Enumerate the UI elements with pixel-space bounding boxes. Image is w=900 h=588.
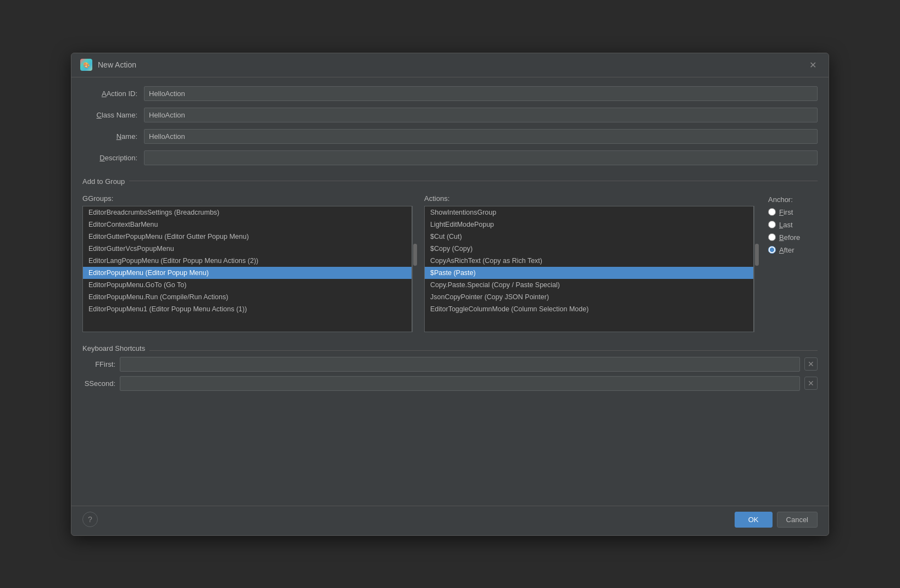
anchor-column: Anchor: First Last Before: [768, 194, 818, 332]
dialog-body: AAction ID: Class Name: Name: Descriptio…: [71, 77, 829, 506]
anchor-after-label: After: [779, 246, 794, 254]
help-button[interactable]: ?: [82, 512, 98, 527]
class-name-row: Class Name:: [82, 108, 818, 122]
dialog-title: New Action: [98, 60, 136, 69]
anchor-radio-group: First Last Before After: [768, 208, 818, 254]
actions-list-item[interactable]: $Copy (Copy): [425, 243, 753, 255]
anchor-last-option[interactable]: Last: [768, 221, 818, 229]
app-icon: 🎨: [80, 59, 92, 71]
groups-scroll-thumb: [413, 244, 417, 266]
actions-list-item[interactable]: LightEditModePopup: [425, 219, 753, 231]
keyboard-title: Keyboard Shortcuts: [82, 344, 145, 352]
add-to-group-section: Add to Group: [82, 174, 818, 188]
new-action-dialog: 🎨 New Action ✕ AAction ID: Class Name: N…: [71, 53, 829, 536]
title-bar: 🎨 New Action ✕: [71, 53, 829, 77]
groups-scrollbar[interactable]: [412, 206, 418, 332]
actions-list-item[interactable]: $Paste (Paste): [425, 267, 753, 279]
actions-scroll-thumb: [755, 244, 759, 266]
actions-list[interactable]: ShowIntentionsGroupLightEditModePopup$Cu…: [424, 206, 754, 332]
actions-list-item[interactable]: EditorToggleColumnMode (Column Selection…: [425, 303, 753, 315]
second-shortcut-clear-button[interactable]: ✕: [804, 377, 818, 390]
action-id-label: AAction ID:: [82, 89, 137, 98]
actions-scrollbar[interactable]: [754, 206, 759, 332]
name-label: Name:: [82, 132, 137, 141]
anchor-first-radio[interactable]: [768, 208, 776, 216]
groups-list-item[interactable]: EditorContextBarMenu: [83, 219, 412, 231]
groups-list-item[interactable]: EditorPopupMenu.Run (Compile/Run Actions…: [83, 291, 412, 303]
description-row: Description:: [82, 150, 818, 165]
dialog-footer: ? OK Cancel: [71, 506, 829, 535]
description-input[interactable]: [144, 150, 818, 165]
groups-actions-container: GGroups: EditorBreadcrumbsSettings (Brea…: [82, 194, 818, 332]
anchor-first-option[interactable]: First: [768, 208, 818, 216]
groups-list[interactable]: EditorBreadcrumbsSettings (Breadcrumbs)E…: [82, 206, 412, 332]
anchor-col-label: Anchor:: [768, 195, 818, 204]
actions-list-item[interactable]: $Cut (Cut): [425, 231, 753, 243]
actions-list-item[interactable]: JsonCopyPointer (Copy JSON Pointer): [425, 291, 753, 303]
first-shortcut-input[interactable]: [120, 357, 800, 372]
name-input[interactable]: [144, 129, 818, 144]
name-row: Name:: [82, 129, 818, 144]
second-shortcut-label: SSecond:: [82, 379, 115, 388]
groups-list-item[interactable]: EditorLangPopupMenu (Editor Popup Menu A…: [83, 255, 412, 267]
keyboard-divider: [149, 350, 818, 351]
anchor-before-radio[interactable]: [768, 233, 776, 241]
anchor-last-radio[interactable]: [768, 221, 776, 228]
groups-list-item[interactable]: EditorGutterVcsPopupMenu: [83, 243, 412, 255]
groups-col-label: GGroups:: [82, 194, 418, 203]
groups-list-item[interactable]: EditorGutterPopupMenu (Editor Gutter Pop…: [83, 231, 412, 243]
anchor-before-option[interactable]: Before: [768, 233, 818, 242]
description-label: Description:: [82, 154, 137, 162]
action-id-input[interactable]: [144, 86, 818, 101]
actions-col-label: Actions:: [424, 194, 759, 203]
first-shortcut-label: FFirst:: [82, 360, 115, 368]
cancel-button[interactable]: Cancel: [777, 512, 818, 528]
second-shortcut-input[interactable]: [120, 376, 800, 391]
groups-column: GGroups: EditorBreadcrumbsSettings (Brea…: [82, 194, 418, 332]
close-button[interactable]: ✕: [806, 59, 820, 71]
groups-list-item[interactable]: EditorBreadcrumbsSettings (Breadcrumbs): [83, 206, 412, 219]
first-shortcut-row: FFirst: ✕: [82, 357, 818, 372]
groups-list-item[interactable]: EditorPopupMenu.GoTo (Go To): [83, 279, 412, 291]
actions-list-item[interactable]: CopyAsRichText (Copy as Rich Text): [425, 255, 753, 267]
ok-button[interactable]: OK: [735, 512, 773, 528]
class-name-input[interactable]: [144, 108, 818, 122]
actions-list-item[interactable]: Copy.Paste.Special (Copy / Paste Special…: [425, 279, 753, 291]
anchor-after-radio[interactable]: [768, 246, 776, 254]
class-name-label: Class Name:: [82, 111, 137, 119]
anchor-after-option[interactable]: After: [768, 246, 818, 254]
first-shortcut-clear-button[interactable]: ✕: [804, 357, 818, 371]
actions-list-wrapper: ShowIntentionsGroupLightEditModePopup$Cu…: [424, 206, 759, 332]
keyboard-section-header: Keyboard Shortcuts: [82, 344, 818, 357]
second-shortcut-row: SSecond: ✕: [82, 376, 818, 391]
anchor-first-label: First: [779, 208, 793, 216]
actions-column: Actions: ShowIntentionsGroupLightEditMod…: [424, 194, 759, 332]
groups-list-item[interactable]: EditorPopupMenu1 (Editor Popup Menu Acti…: [83, 303, 412, 315]
title-bar-left: 🎨 New Action: [80, 59, 136, 71]
footer-buttons: OK Cancel: [735, 512, 818, 528]
groups-list-wrapper: EditorBreadcrumbsSettings (Breadcrumbs)E…: [82, 206, 418, 332]
action-id-row: AAction ID:: [82, 86, 818, 101]
keyboard-shortcuts-section: Keyboard Shortcuts FFirst: ✕ SSecond: ✕: [82, 342, 818, 395]
section-divider: [129, 181, 818, 181]
groups-list-item[interactable]: EditorPopupMenu (Editor Popup Menu): [83, 267, 412, 279]
anchor-before-label: Before: [779, 233, 800, 242]
actions-list-item[interactable]: ShowIntentionsGroup: [425, 206, 753, 219]
anchor-last-label: Last: [779, 221, 793, 229]
add-to-group-title: Add to Group: [82, 177, 125, 186]
